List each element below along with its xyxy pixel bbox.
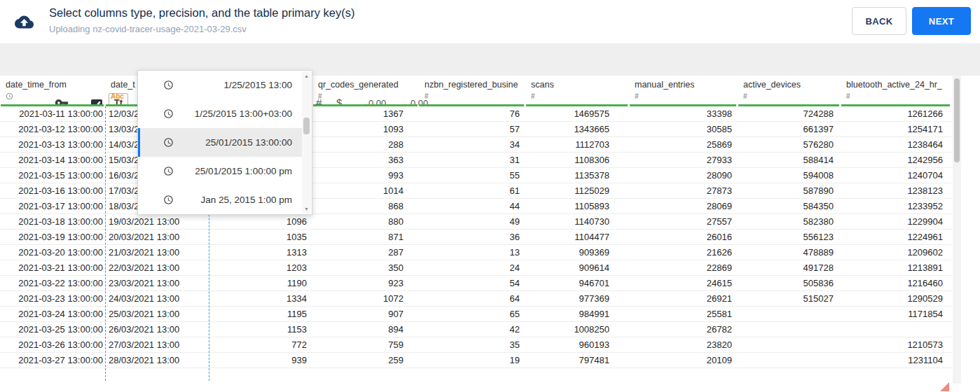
table-cell: 363 xyxy=(312,153,419,167)
back-button[interactable]: BACK xyxy=(852,7,906,35)
table-cell: 1125029 xyxy=(525,183,629,198)
table-row: 2021-03-22 13:00:0023/03/2021 13:0011909… xyxy=(0,276,951,291)
table-row: 2021-03-20 13:00:0021/03/2021 13:0013132… xyxy=(0,245,951,260)
vertical-scrollbar-thumb[interactable] xyxy=(954,78,960,162)
table-cell: 923 xyxy=(312,276,419,290)
table-cell: 1153 xyxy=(209,322,312,337)
date-format-option[interactable]: 25/01/2015 13:00:00 xyxy=(138,128,303,157)
table-cell: 287 xyxy=(312,245,419,260)
table-cell: 909614 xyxy=(525,260,629,275)
table-cell: 556123 xyxy=(738,230,841,244)
table-cell: 31 xyxy=(419,153,525,167)
column-header-manual_entries[interactable]: manual_entries# xyxy=(629,76,738,106)
column-name: manual_entries xyxy=(635,80,694,90)
table-cell: 2021-03-16 13:00:00 xyxy=(0,183,105,198)
table-cell: 25581 xyxy=(629,307,738,321)
table-cell: 2021-03-13 13:00:00 xyxy=(0,137,105,152)
selected-column-left-edge xyxy=(105,106,106,381)
table-row: 2021-03-19 13:00:0020/03/2021 13:0010358… xyxy=(0,230,951,245)
table-cell: 588414 xyxy=(738,153,841,167)
column-name: bluetooth_active_24_hr_ xyxy=(846,80,942,90)
clock-icon xyxy=(163,195,174,205)
column-header-active_devices[interactable]: active_devices# xyxy=(738,76,841,106)
vertical-scrollbar[interactable] xyxy=(953,76,961,384)
table-cell: 1233952 xyxy=(841,199,951,214)
table-cell: 28090 xyxy=(629,168,738,183)
table-cell: 505836 xyxy=(738,276,841,290)
date-format-label: Jan 25, 2015 1:00 pm xyxy=(174,195,303,205)
column-type-label: # xyxy=(743,92,747,100)
column-name: scans xyxy=(531,80,554,90)
table-cell: 54 xyxy=(419,276,525,290)
column-header-qr_codes_generated[interactable]: qr_codes_generated# xyxy=(312,76,419,106)
clock-icon xyxy=(163,80,174,90)
table-cell: 26921 xyxy=(629,291,738,306)
table-cell: 772 xyxy=(209,337,312,352)
date-format-option[interactable]: 1/25/2015 13:00+03:00 xyxy=(138,99,303,128)
table-cell: 960193 xyxy=(525,337,629,352)
table-cell: 478889 xyxy=(738,245,841,260)
table-cell: 19/03/2021 13:00 xyxy=(105,214,209,229)
table-cell: 1203 xyxy=(209,260,312,275)
table-cell: 23820 xyxy=(629,337,738,352)
table-cell: 28069 xyxy=(629,199,738,214)
table-cell: 1014 xyxy=(312,183,419,198)
dropdown-scrollbar-thumb[interactable] xyxy=(303,118,310,134)
table-cell: 1171854 xyxy=(841,307,951,321)
dropdown-scrollbar[interactable]: ▲ ▼ xyxy=(302,71,311,214)
clock-icon xyxy=(163,137,174,148)
column-header-scans[interactable]: scans# xyxy=(525,76,629,106)
table-cell: 64 xyxy=(419,291,525,306)
table-cell: 977369 xyxy=(525,291,629,306)
table-cell: 25/03/2021 13:00 xyxy=(105,307,209,321)
scroll-down-arrow-icon[interactable]: ▼ xyxy=(302,204,311,214)
table-cell: 1240704 xyxy=(841,168,951,183)
table-cell: 24/03/2021 13:00 xyxy=(105,291,209,306)
table-cell: 1105893 xyxy=(525,199,629,214)
next-button[interactable]: NEXT xyxy=(912,7,971,35)
cloud-upload-icon xyxy=(15,13,34,31)
table-cell: 44 xyxy=(419,199,525,214)
table-cell: 20/03/2021 13:00 xyxy=(105,230,209,244)
overflow-indicator xyxy=(940,382,949,391)
date-format-option[interactable]: 1/25/2015 13:00 xyxy=(138,71,303,99)
table-cell: 1229904 xyxy=(841,214,951,229)
table-cell: 26782 xyxy=(629,322,738,337)
table-cell xyxy=(738,337,841,352)
table-cell: 1238123 xyxy=(841,183,951,198)
table-cell: 2021-03-19 13:00:00 xyxy=(0,230,105,244)
table-cell xyxy=(738,307,841,321)
table-cell: 22869 xyxy=(629,260,738,275)
table-cell: 1135378 xyxy=(525,168,629,183)
table-row: 2021-03-23 13:00:0024/03/2021 13:0013341… xyxy=(0,291,951,307)
column-header-nzbn_registered_busine[interactable]: nzbn_registered_busine# xyxy=(419,76,525,106)
column-name: date_t xyxy=(111,80,135,90)
table-cell: 49 xyxy=(419,214,525,229)
table-cell: 2021-03-22 13:00:00 xyxy=(0,276,105,290)
column-header-bluetooth_active_24_hr_[interactable]: bluetooth_active_24_hr_# xyxy=(841,76,951,106)
scroll-up-arrow-icon[interactable]: ▲ xyxy=(302,71,311,80)
table-cell: 26/03/2021 13:00 xyxy=(105,322,209,337)
date-format-dropdown: 1/25/2015 13:001/25/2015 13:00+03:0025/0… xyxy=(137,70,312,215)
table-cell: 1195 xyxy=(209,307,312,321)
table-cell: 1096 xyxy=(209,214,312,229)
table-cell: 13 xyxy=(419,245,525,260)
table-cell: 587890 xyxy=(738,183,841,198)
table-cell: 894 xyxy=(312,322,419,337)
date-format-option[interactable]: 25/01/2015 1:00:00 pm xyxy=(138,157,303,186)
clock-icon xyxy=(163,166,174,176)
table-cell: 27/03/2021 13:00 xyxy=(105,337,209,352)
upload-status-text: Uploading nz-covid-tracer-usage-2021-03-… xyxy=(49,24,247,34)
table-row: 2021-03-26 13:00:0027/03/2021 13:0077275… xyxy=(0,337,951,353)
table-cell: 1238464 xyxy=(841,137,951,152)
date-format-option-list: 1/25/2015 13:001/25/2015 13:00+03:0025/0… xyxy=(138,71,303,214)
table-cell: 759 xyxy=(312,337,419,352)
table-cell: 26016 xyxy=(629,230,738,244)
wizard-header: Select columns type, precision, and the … xyxy=(0,0,980,44)
date-format-option[interactable]: Jan 25, 2015 1:00 pm xyxy=(138,186,303,214)
date-format-label: 1/25/2015 13:00 xyxy=(174,80,303,90)
column-header-date_time_from[interactable]: date_time_from xyxy=(0,76,105,106)
table-cell: 28/03/2021 13:00 xyxy=(105,353,209,368)
table-cell: 1290529 xyxy=(841,291,951,306)
table-cell: 34 xyxy=(419,137,525,152)
